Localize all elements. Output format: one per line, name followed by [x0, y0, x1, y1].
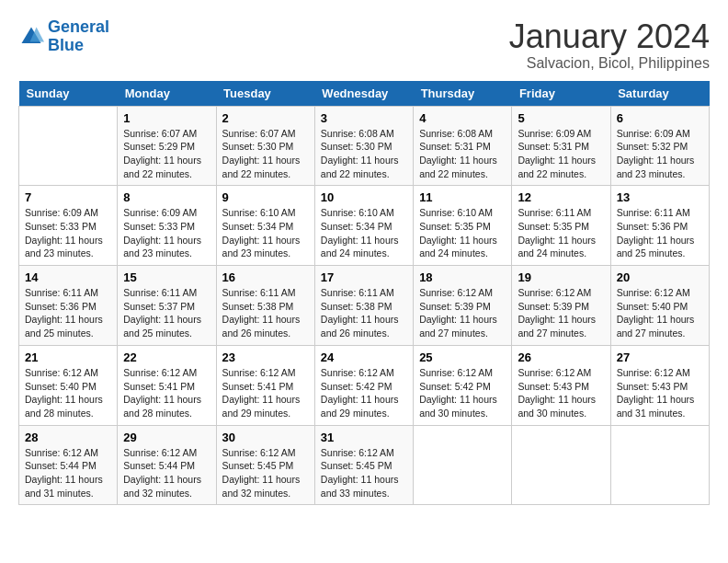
day-info: Sunrise: 6:12 AM Sunset: 5:43 PM Dayligh… — [617, 366, 703, 420]
calendar-cell: 10Sunrise: 6:10 AM Sunset: 5:34 PM Dayli… — [314, 186, 413, 266]
day-number: 5 — [518, 111, 604, 125]
logo-line1: General — [48, 17, 109, 36]
day-number: 22 — [123, 350, 210, 364]
day-info: Sunrise: 6:12 AM Sunset: 5:40 PM Dayligh… — [617, 286, 703, 340]
day-info: Sunrise: 6:10 AM Sunset: 5:34 PM Dayligh… — [321, 206, 407, 260]
day-number: 11 — [419, 190, 506, 204]
day-info: Sunrise: 6:07 AM Sunset: 5:30 PM Dayligh… — [222, 127, 309, 181]
day-info: Sunrise: 6:09 AM Sunset: 5:32 PM Dayligh… — [617, 127, 703, 181]
day-info: Sunrise: 6:09 AM Sunset: 5:31 PM Dayligh… — [518, 127, 604, 181]
day-number: 21 — [25, 350, 111, 364]
calendar-week-3: 21Sunrise: 6:12 AM Sunset: 5:40 PM Dayli… — [19, 345, 710, 425]
day-info: Sunrise: 6:12 AM Sunset: 5:42 PM Dayligh… — [321, 366, 407, 420]
day-info: Sunrise: 6:12 AM Sunset: 5:44 PM Dayligh… — [123, 446, 210, 500]
calendar-cell: 28Sunrise: 6:12 AM Sunset: 5:44 PM Dayli… — [19, 425, 118, 505]
day-info: Sunrise: 6:12 AM Sunset: 5:39 PM Dayligh… — [518, 286, 604, 340]
day-number: 30 — [222, 431, 309, 444]
logo-icon — [18, 24, 44, 50]
calendar-cell: 20Sunrise: 6:12 AM Sunset: 5:40 PM Dayli… — [610, 266, 709, 346]
day-info: Sunrise: 6:12 AM Sunset: 5:40 PM Dayligh… — [25, 366, 111, 420]
day-header-thursday: Thursday — [414, 81, 512, 107]
calendar-cell: 12Sunrise: 6:11 AM Sunset: 5:35 PM Dayli… — [512, 186, 610, 266]
day-number: 10 — [321, 190, 407, 204]
day-number: 3 — [321, 111, 407, 125]
day-number: 26 — [518, 350, 604, 364]
logo-line2: Blue — [48, 36, 84, 54]
day-info: Sunrise: 6:08 AM Sunset: 5:30 PM Dayligh… — [321, 127, 407, 181]
calendar-cell: 17Sunrise: 6:11 AM Sunset: 5:38 PM Dayli… — [314, 266, 413, 346]
day-number: 8 — [123, 190, 210, 204]
day-info: Sunrise: 6:11 AM Sunset: 5:36 PM Dayligh… — [25, 286, 111, 340]
calendar-cell: 14Sunrise: 6:11 AM Sunset: 5:36 PM Dayli… — [19, 266, 118, 346]
calendar-cell: 25Sunrise: 6:12 AM Sunset: 5:42 PM Dayli… — [414, 345, 512, 425]
day-number: 28 — [25, 431, 111, 444]
calendar-cell: 21Sunrise: 6:12 AM Sunset: 5:40 PM Dayli… — [19, 345, 118, 425]
calendar-cell: 7Sunrise: 6:09 AM Sunset: 5:33 PM Daylig… — [19, 186, 118, 266]
day-number: 29 — [123, 431, 210, 444]
day-number: 31 — [321, 431, 407, 444]
calendar-cell: 6Sunrise: 6:09 AM Sunset: 5:32 PM Daylig… — [610, 106, 709, 186]
day-info: Sunrise: 6:11 AM Sunset: 5:37 PM Dayligh… — [123, 286, 210, 340]
calendar-cell: 30Sunrise: 6:12 AM Sunset: 5:45 PM Dayli… — [216, 425, 314, 505]
calendar-cell: 23Sunrise: 6:12 AM Sunset: 5:41 PM Dayli… — [216, 345, 314, 425]
day-info: Sunrise: 6:09 AM Sunset: 5:33 PM Dayligh… — [123, 206, 210, 260]
day-info: Sunrise: 6:11 AM Sunset: 5:36 PM Dayligh… — [617, 206, 703, 260]
day-info: Sunrise: 6:12 AM Sunset: 5:44 PM Dayligh… — [25, 446, 111, 500]
calendar-cell — [512, 425, 610, 505]
calendar-cell: 3Sunrise: 6:08 AM Sunset: 5:30 PM Daylig… — [314, 106, 413, 186]
day-number: 16 — [222, 270, 309, 284]
calendar-cell: 24Sunrise: 6:12 AM Sunset: 5:42 PM Dayli… — [314, 345, 413, 425]
calendar-week-2: 14Sunrise: 6:11 AM Sunset: 5:36 PM Dayli… — [19, 266, 710, 346]
day-info: Sunrise: 6:12 AM Sunset: 5:41 PM Dayligh… — [123, 366, 210, 420]
day-number: 4 — [419, 111, 506, 125]
day-number: 14 — [25, 270, 111, 284]
day-info: Sunrise: 6:11 AM Sunset: 5:35 PM Dayligh… — [518, 206, 604, 260]
day-info: Sunrise: 6:08 AM Sunset: 5:31 PM Dayligh… — [419, 127, 506, 181]
day-info: Sunrise: 6:12 AM Sunset: 5:42 PM Dayligh… — [419, 366, 506, 420]
calendar-cell: 5Sunrise: 6:09 AM Sunset: 5:31 PM Daylig… — [512, 106, 610, 186]
calendar-cell: 18Sunrise: 6:12 AM Sunset: 5:39 PM Dayli… — [414, 266, 512, 346]
calendar-cell: 29Sunrise: 6:12 AM Sunset: 5:44 PM Dayli… — [118, 425, 216, 505]
calendar-cell: 11Sunrise: 6:10 AM Sunset: 5:35 PM Dayli… — [414, 186, 512, 266]
calendar-cell: 16Sunrise: 6:11 AM Sunset: 5:38 PM Dayli… — [216, 266, 314, 346]
calendar-cell: 22Sunrise: 6:12 AM Sunset: 5:41 PM Dayli… — [118, 345, 216, 425]
calendar-cell: 13Sunrise: 6:11 AM Sunset: 5:36 PM Dayli… — [610, 186, 709, 266]
day-header-saturday: Saturday — [610, 81, 709, 107]
logo: General Blue — [18, 18, 109, 55]
calendar-cell: 26Sunrise: 6:12 AM Sunset: 5:43 PM Dayli… — [512, 345, 610, 425]
day-header-sunday: Sunday — [19, 81, 118, 107]
calendar-cell: 15Sunrise: 6:11 AM Sunset: 5:37 PM Dayli… — [118, 266, 216, 346]
day-info: Sunrise: 6:12 AM Sunset: 5:43 PM Dayligh… — [518, 366, 604, 420]
day-number: 2 — [222, 111, 309, 125]
day-info: Sunrise: 6:12 AM Sunset: 5:41 PM Dayligh… — [222, 366, 309, 420]
calendar-week-1: 7Sunrise: 6:09 AM Sunset: 5:33 PM Daylig… — [19, 186, 710, 266]
calendar-cell: 31Sunrise: 6:12 AM Sunset: 5:45 PM Dayli… — [314, 425, 413, 505]
calendar-cell: 1Sunrise: 6:07 AM Sunset: 5:29 PM Daylig… — [118, 106, 216, 186]
day-info: Sunrise: 6:12 AM Sunset: 5:39 PM Dayligh… — [419, 286, 506, 340]
day-number: 7 — [25, 190, 111, 204]
day-number: 18 — [419, 270, 506, 284]
calendar-cell — [414, 425, 512, 505]
day-number: 6 — [617, 111, 703, 125]
day-number: 1 — [123, 111, 210, 125]
day-info: Sunrise: 6:11 AM Sunset: 5:38 PM Dayligh… — [321, 286, 407, 340]
day-number: 27 — [617, 350, 703, 364]
day-info: Sunrise: 6:10 AM Sunset: 5:35 PM Dayligh… — [419, 206, 506, 260]
logo-text: General Blue — [48, 18, 109, 55]
day-number: 19 — [518, 270, 604, 284]
day-info: Sunrise: 6:12 AM Sunset: 5:45 PM Dayligh… — [222, 446, 309, 500]
calendar-cell: 9Sunrise: 6:10 AM Sunset: 5:34 PM Daylig… — [216, 186, 314, 266]
page-subtitle: Salvacion, Bicol, Philippines — [509, 55, 710, 72]
day-number: 20 — [617, 270, 703, 284]
day-number: 9 — [222, 190, 309, 204]
calendar-cell — [19, 106, 118, 186]
calendar-table: SundayMondayTuesdayWednesdayThursdayFrid… — [18, 81, 710, 506]
day-header-friday: Friday — [512, 81, 610, 107]
page-title: January 2024 — [509, 18, 710, 55]
day-number: 12 — [518, 190, 604, 204]
calendar-cell: 4Sunrise: 6:08 AM Sunset: 5:31 PM Daylig… — [414, 106, 512, 186]
day-info: Sunrise: 6:07 AM Sunset: 5:29 PM Dayligh… — [123, 127, 210, 181]
title-area: January 2024 Salvacion, Bicol, Philippin… — [509, 18, 710, 72]
day-number: 13 — [617, 190, 703, 204]
day-header-wednesday: Wednesday — [314, 81, 413, 107]
